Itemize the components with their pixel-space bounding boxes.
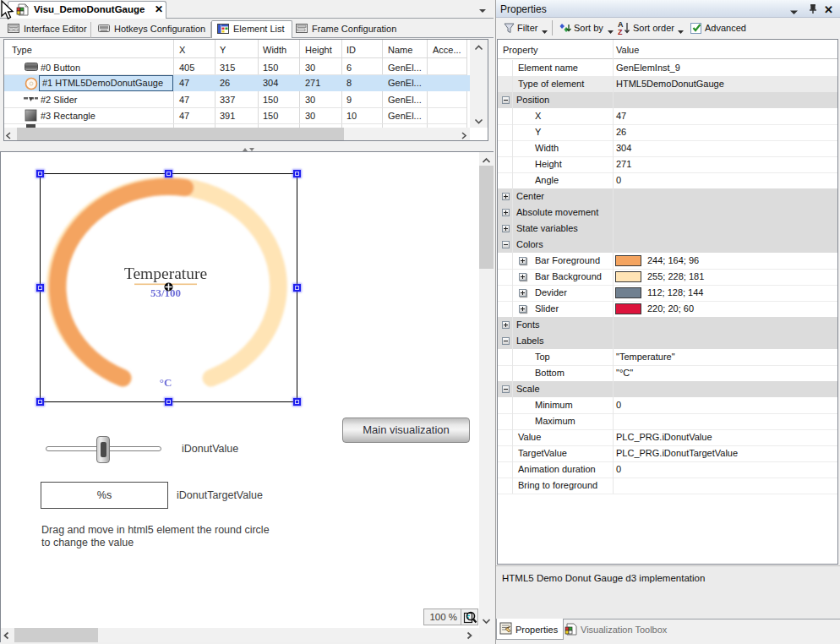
svg-text:Z: Z [618, 28, 623, 36]
